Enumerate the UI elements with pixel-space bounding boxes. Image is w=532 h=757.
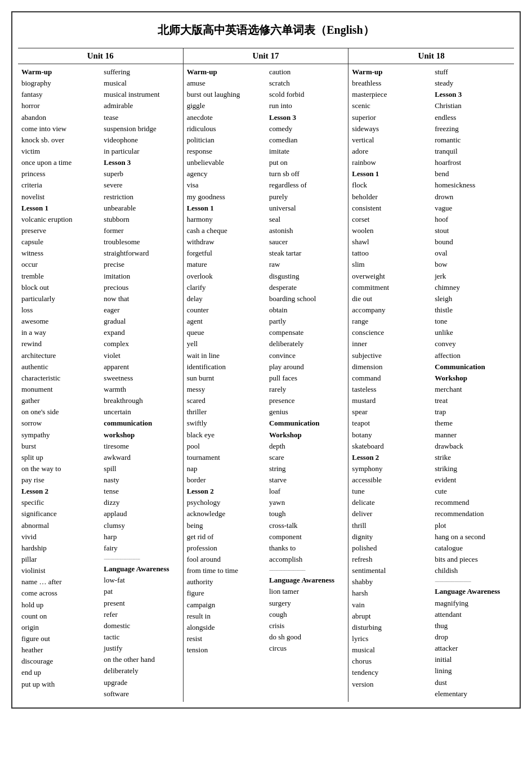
word-item: ------------------------ (104, 554, 179, 563)
word-item: fantasy (21, 89, 97, 100)
word-item: applaud (104, 508, 179, 519)
word-item: Lesson 3 (435, 89, 511, 100)
word-item: come into view (21, 123, 97, 135)
word-item: saucer (269, 236, 345, 248)
unit16-col2: sufferingmusicalmusical instrumentadmira… (100, 66, 182, 700)
word-item: suspension bridge (104, 123, 179, 135)
word-item: harp (104, 531, 179, 543)
word-item: beholder (352, 191, 428, 203)
word-item: upgrade (104, 677, 179, 688)
word-item: hoarfrost (435, 157, 511, 168)
word-item: compensate (269, 327, 345, 338)
word-item: burst out laughing (187, 89, 262, 100)
word-item: ------------------------ (435, 576, 511, 586)
word-item: tremble (21, 271, 97, 282)
word-item: in a way (21, 327, 97, 338)
word-item: complex (104, 338, 179, 350)
unit17-col2: cautionscratchscold forbidrun intoLesson… (266, 66, 348, 700)
word-item: striking (435, 463, 511, 474)
word-item: on the other hand (104, 654, 179, 665)
word-item: run into (269, 100, 345, 111)
unit17-section: Warm-upamuseburst out laughinggiggleanec… (184, 64, 349, 702)
word-item: discourage (21, 656, 97, 667)
word-item: once upon a time (21, 157, 97, 168)
word-item: admirable (104, 100, 179, 111)
word-item: my goodness (187, 191, 262, 203)
word-item: straightforward (104, 248, 179, 259)
word-item: warmth (104, 384, 179, 395)
word-item: presence (269, 395, 345, 406)
word-item: cross-talk (269, 520, 345, 531)
word-item: manner (435, 429, 511, 441)
word-item: do sh good (269, 631, 345, 643)
word-item: now that (104, 293, 179, 304)
word-item: put on (269, 157, 345, 168)
word-item: imitate (269, 146, 345, 157)
word-item: jerk (435, 271, 511, 282)
word-item: musical (352, 644, 428, 656)
word-item: range (352, 316, 428, 327)
word-item: fairy (104, 543, 179, 554)
word-item: play around (269, 361, 345, 373)
word-item: astonish (269, 225, 345, 236)
word-item: raw (269, 259, 345, 270)
word-item: elementary (435, 688, 511, 700)
word-item: chorus (352, 656, 428, 667)
word-item: string (269, 463, 345, 474)
word-item: musical (104, 78, 179, 89)
word-item: authentic (21, 361, 97, 373)
word-item: deliberately (269, 338, 345, 350)
word-item: mustard (352, 395, 428, 406)
word-item: characteristic (21, 373, 97, 384)
word-item: Workshop (435, 373, 511, 384)
word-item: origin (21, 622, 97, 633)
unit18-section: Warm-upbreathlessmasterpiecescenicsuperi… (348, 64, 514, 702)
word-item: queue (187, 327, 262, 338)
word-item: border (187, 474, 262, 486)
word-item: scratch (269, 78, 345, 89)
word-item: pull faces (269, 373, 345, 384)
word-item: identification (187, 361, 262, 373)
word-item: accompany (352, 304, 428, 316)
unit16-col1: Warm-upbiographyfantasyhorrorabandoncome… (18, 66, 100, 700)
word-item: rewind (21, 338, 97, 350)
word-item: sorrow (21, 418, 97, 429)
word-item: harmony (187, 214, 262, 225)
word-item: tournament (187, 452, 262, 463)
word-item: monument (21, 384, 97, 395)
word-item: breakthrough (104, 395, 179, 406)
word-item: command (352, 373, 428, 384)
word-item: counter (187, 304, 262, 316)
word-item: precise (104, 259, 179, 270)
word-item: scenic (352, 100, 428, 111)
word-item: dignity (352, 531, 428, 543)
word-item: horror (21, 100, 97, 111)
word-item: unlike (435, 327, 511, 338)
word-item: polished (352, 543, 428, 554)
word-item: put up with (21, 679, 97, 690)
word-item: botany (352, 429, 428, 441)
word-item: apparent (104, 361, 179, 373)
word-item: pat (104, 586, 179, 597)
word-item: black eye (187, 429, 262, 441)
word-item: being (187, 520, 262, 531)
word-item: messy (187, 384, 262, 395)
word-item: lining (435, 665, 511, 677)
word-item: corset (352, 214, 428, 225)
word-item: vain (352, 599, 428, 611)
word-item: dimension (352, 361, 428, 373)
word-item: Warm-up (21, 66, 97, 78)
word-item: domestic (104, 620, 179, 631)
word-item: purely (269, 191, 345, 203)
word-item: loss (21, 304, 97, 316)
page-container: 北师大版高中英语选修六单词表（English） Unit 16 Unit 17 … (11, 11, 521, 709)
word-item: anecdote (187, 112, 262, 123)
word-item: awkward (104, 452, 179, 463)
word-item: Warm-up (187, 66, 262, 78)
word-item: harsh (352, 588, 428, 599)
word-item: tease (104, 112, 179, 123)
unit18-col2: stuffsteadyLesson 3Christianendlessfreez… (431, 66, 514, 700)
word-item: occur (21, 259, 97, 270)
word-item: name … after (21, 576, 97, 588)
word-item: agency (187, 168, 262, 180)
